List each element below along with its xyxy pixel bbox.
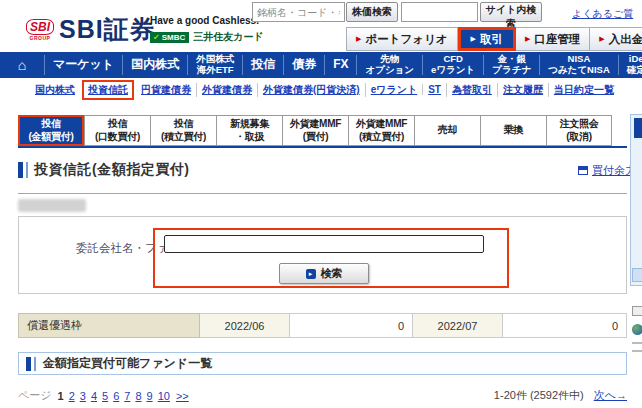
arrow-icon: ▶ [356,35,361,43]
account-tab-入出金・振[interactable]: ▶入出金・振 [590,27,642,51]
redacted-account-name [18,199,86,212]
smbc-card-label: 三井住友カード [193,30,263,44]
fund-search-form: 委託会社名・ファンド名: ▸ 検索 [18,216,627,294]
popup-window-icon [578,166,588,175]
main-nav-item[interactable]: NISAつみたてNISA [539,55,618,75]
title-accent-bar-light [26,162,28,178]
main-nav-item[interactable]: iDe確定 [618,55,642,75]
right-panel-header-edge [634,118,642,138]
account-tab-口座管理[interactable]: ▶口座管理 [516,27,590,51]
page-link[interactable]: 10 [158,390,170,402]
stock-search-input[interactable] [252,2,345,22]
section-accent-bar-light [34,357,36,371]
site-search-input[interactable] [401,2,478,22]
fund-search-button[interactable]: ▸ 検索 [279,263,369,284]
button-arrow-icon: ▸ [306,269,316,279]
page-links: 2345678910 [69,390,170,402]
title-accent-bar [18,162,23,178]
page-link[interactable]: 6 [113,390,119,402]
sub-nav-link[interactable]: 注文履歴 [497,83,548,97]
page-link[interactable]: 5 [102,390,108,402]
order-tab[interactable]: 新規募集・取扱 [216,115,282,146]
main-nav-item[interactable]: 先物オプション [356,55,422,75]
main-nav-item[interactable]: 外国株式海外ETF [187,55,242,75]
sub-nav: 国内株式投資信託円貨建債券外貨建債券外貨建債券(円貨決済)eワラントST為替取引… [30,80,630,99]
right-sidebar-sliver [630,110,642,408]
text-fragment [632,350,642,352]
order-tab[interactable]: 外貨建MMF(買付) [282,115,348,146]
order-tab[interactable]: 投信(積立買付) [150,115,216,146]
account-tab-取引[interactable]: ▶取引 [458,27,516,51]
sbi-securities-page: SBI GROUP SBI証券 Have a good Cashless. ✔S… [0,0,642,408]
main-nav-item[interactable]: 金・銀プラチナ [483,55,539,75]
result-count: 1-20件 (2592件中) [494,388,584,403]
text-fragment [632,342,642,344]
page-link[interactable]: 3 [80,390,86,402]
top-header: SBI GROUP SBI証券 Have a good Cashless. ✔S… [0,0,642,52]
pagination: ページ 1 2345678910 >> 1-20件 (2592件中) 次へ→ [18,388,627,403]
order-tab-active[interactable]: 投信(金額買付) [18,115,84,146]
sub-nav-link[interactable]: 為替取引 [446,83,497,97]
fund-name-input[interactable] [164,235,484,253]
main-nav-items: マーケット国内株式外国株式海外ETF投信債券FX先物オプションCFDeワラント金… [44,52,642,78]
sub-nav-link[interactable]: 国内株式 [30,83,80,97]
order-tabs: 投信(金額買付)投信(口数買付)投信(積立買付)新規募集・取扱外貨建MMF(買付… [18,115,627,148]
order-tab[interactable]: 売却 [414,115,480,146]
redemption-month-cell: 2022/07 [413,313,503,338]
smbc-badge-icon: ✔SMBC [150,32,189,43]
page-link[interactable]: 8 [135,390,141,402]
main-nav-item[interactable]: FX [324,55,356,75]
order-tab[interactable]: 外貨建MMF(積立買付) [348,115,414,146]
order-tab[interactable]: 注文照会(取消) [546,115,612,146]
main-nav: ⌂ マーケット国内株式外国株式海外ETF投信債券FX先物オプションCFDeワラン… [0,52,642,78]
sub-nav-link[interactable]: 円貨建債券 [136,83,196,97]
sub-nav-link[interactable]: 当日約定一覧 [548,83,619,97]
arrow-icon: ▶ [599,35,604,43]
site-search-button[interactable]: サイト内検索 [480,2,542,22]
section-accent-bar [26,357,31,371]
main-nav-item[interactable]: CFDeワラント [422,55,483,75]
sub-nav-link[interactable]: 外貨建債券 [196,83,257,97]
sub-nav-link[interactable]: 外貨建債券(円貨決済) [257,83,365,97]
page-title-row: 投資信託(金額指定買付) 買付余力 [18,159,636,181]
fund-list-section-header: 金額指定買付可能ファンド一覧 [18,352,627,375]
main-nav-item[interactable]: 国内株式 [122,55,187,75]
account-tab-ポートフォリオ[interactable]: ▶ポートフォリオ [346,27,458,51]
brand-name: SBI証券 [59,13,156,46]
page-link[interactable]: 7 [124,390,130,402]
page-link[interactable]: 2 [69,390,75,402]
main-nav-item[interactable]: 債券 [283,55,324,75]
account-tabs: ▶ポートフォリオ▶取引▶口座管理▶入出金・振 [346,27,642,51]
printer-icon [632,306,642,316]
page-link[interactable]: 4 [91,390,97,402]
stock-search-button[interactable]: 株価検索 [346,2,398,22]
fund-list-section-title: 金額指定買付可能ファンド一覧 [43,355,212,372]
page-title: 投資信託(金額指定買付) [34,161,189,179]
page-link[interactable]: 9 [147,390,153,402]
main-nav-item[interactable]: 投信 [242,55,283,75]
redemption-header-cell: 償還優遇枠 [18,313,200,338]
cashless-promo: Have a good Cashless. ✔SMBC 三井住友カード [150,15,264,44]
redemption-month-cell: 2022/06 [200,313,290,338]
order-tab[interactable]: 乗換 [480,115,546,146]
order-tab[interactable]: 投信(口数買付) [84,115,150,146]
buying-power: 買付余力 [578,163,636,178]
globe-icon [632,324,642,335]
next-page-link[interactable]: 次へ→ [594,388,627,403]
right-panel-button-edge [632,268,642,282]
check-icon: ✔ [153,33,160,42]
sub-nav-link[interactable]: 投資信託 [82,80,134,100]
arrow-icon: ▶ [525,35,530,43]
home-icon[interactable]: ⌂ [0,57,44,73]
sub-nav-link[interactable]: eワラント [365,83,423,97]
current-page: 1 [58,390,64,402]
faq-link[interactable]: よくあるご質 [572,7,633,21]
redemption-table: 償還優遇枠 2022/06 0 2022/07 0 [18,313,627,338]
cashless-tagline: Have a good Cashless. [150,15,264,26]
redemption-value-cell: 0 [290,313,413,338]
more-pages-link[interactable]: >> [176,390,189,402]
sub-nav-link[interactable]: ST [422,84,446,95]
main-nav-item[interactable]: マーケット [44,55,122,75]
sbi-logo[interactable]: SBI GROUP SBI証券 [26,13,156,46]
sbi-group-icon: SBI GROUP [26,19,54,41]
